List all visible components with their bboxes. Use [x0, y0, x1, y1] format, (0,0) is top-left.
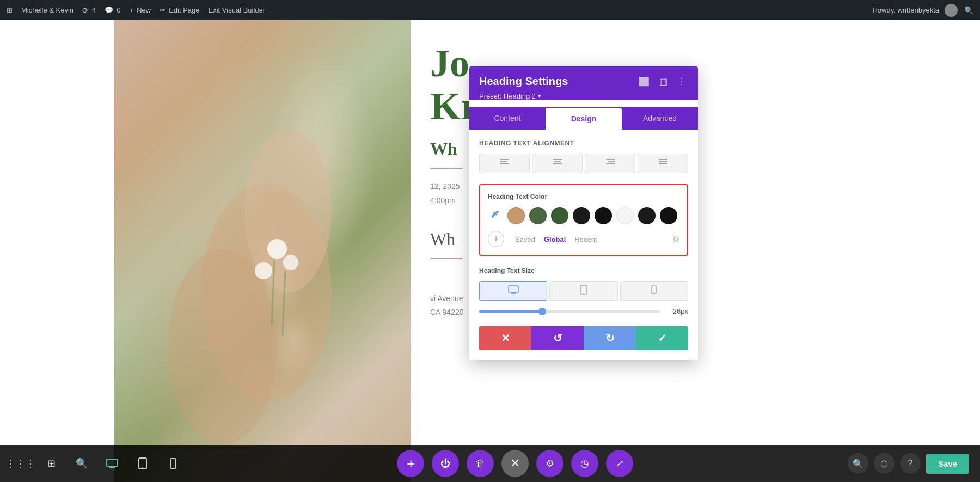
- align-center-button[interactable]: [532, 154, 583, 173]
- admin-bar-right: Howdy, writtenbyekta 🔍: [872, 4, 973, 17]
- device-tablet-button[interactable]: [549, 281, 617, 301]
- wp-logo[interactable]: ⊞: [7, 6, 13, 14]
- right-search-button[interactable]: 🔍: [848, 453, 868, 474]
- sidebar-icon[interactable]: ▥: [657, 75, 670, 88]
- delete-button[interactable]: 🗑: [467, 450, 494, 477]
- eyedropper-button[interactable]: [488, 208, 503, 223]
- redo-button[interactable]: ↻: [584, 326, 636, 350]
- undo-button[interactable]: ↺: [531, 326, 584, 350]
- color-tab-saved[interactable]: Saved: [511, 235, 540, 243]
- svg-point-4: [283, 255, 298, 270]
- power-button[interactable]: ⏻: [432, 450, 459, 477]
- toolbar-mobile-button[interactable]: [163, 454, 183, 473]
- page-canvas: Jo Kr Wh 12, 2025 4:00pm Wh vi Avenue CA…: [0, 20, 980, 482]
- align-justify-button[interactable]: [638, 154, 688, 173]
- resize-button[interactable]: ⤢: [606, 450, 633, 477]
- slider-fill: [479, 310, 542, 313]
- text-alignment-label: Heading Text Alignment: [479, 139, 688, 147]
- slider-value-display: 26px: [666, 307, 688, 315]
- tab-content[interactable]: Content: [469, 107, 546, 130]
- right-help-button[interactable]: ?: [900, 453, 921, 474]
- panel-header-icons: ⬜ ▥ ⋮: [636, 75, 688, 88]
- toolbar-search-button[interactable]: 🔍: [72, 454, 91, 473]
- wp-logo-icon: ⊞: [7, 6, 13, 14]
- svg-point-37: [142, 467, 143, 468]
- svg-rect-24: [509, 286, 518, 292]
- divider-2: [430, 258, 463, 259]
- slider-thumb[interactable]: [538, 308, 546, 315]
- svg-rect-32: [107, 459, 118, 466]
- tablet-icon: [580, 285, 587, 297]
- site-name-text: Michelle & Kevin: [21, 6, 74, 14]
- preset-arrow-icon: ▾: [538, 93, 541, 100]
- edit-page-label: Edit Page: [169, 6, 199, 14]
- color-swatch-very-dark[interactable]: [573, 207, 590, 224]
- cancel-icon: ✕: [501, 332, 510, 345]
- tablet-toolbar-icon: [138, 457, 147, 469]
- settings-fab-button[interactable]: ⚙: [536, 450, 564, 477]
- color-section-label: Heading Text Color: [488, 193, 679, 200]
- site-name[interactable]: Michelle & Kevin: [21, 6, 74, 14]
- edit-page-link[interactable]: ✏ Edit Page: [160, 6, 199, 14]
- color-swatch-white[interactable]: [616, 207, 634, 224]
- eyedropper-icon: [491, 210, 500, 221]
- heading-text-color-section: Heading Text Color: [479, 184, 688, 256]
- avatar: [945, 4, 958, 17]
- color-swatch-black3[interactable]: [660, 207, 677, 224]
- revisions[interactable]: ⟳ 4: [82, 6, 96, 15]
- color-swatch-tan[interactable]: [507, 207, 525, 224]
- close-fab-button[interactable]: ✕: [501, 450, 529, 477]
- toolbar-grid-button[interactable]: ⊞: [41, 454, 61, 473]
- tab-advanced[interactable]: Advanced: [622, 107, 698, 130]
- color-settings-icon[interactable]: ⚙: [672, 235, 679, 243]
- color-swatch-near-black[interactable]: [595, 207, 612, 224]
- history-button[interactable]: ◷: [571, 450, 598, 477]
- confirm-button[interactable]: ✓: [636, 326, 688, 350]
- panel-preset[interactable]: Preset: Heading 2 ▾: [479, 92, 688, 100]
- add-section-button[interactable]: +: [397, 450, 424, 477]
- save-button[interactable]: Save: [926, 454, 969, 474]
- alignment-row: [479, 154, 688, 173]
- new-button[interactable]: + New: [130, 6, 151, 14]
- color-swatch-black2[interactable]: [638, 207, 656, 224]
- text-size-label: Heading Text Size: [479, 267, 688, 274]
- comments-icon: 💬: [105, 6, 113, 14]
- device-mobile-button[interactable]: [620, 281, 688, 301]
- action-buttons-row: ✕ ↺ ↻ ✓: [479, 326, 688, 350]
- search-icon[interactable]: 🔍: [964, 6, 973, 15]
- toolbar-menu-button[interactable]: ⋮⋮⋮: [11, 454, 30, 473]
- cancel-button[interactable]: ✕: [479, 326, 531, 350]
- menu-grid-icon: ⋮⋮⋮: [6, 457, 35, 469]
- color-tab-global[interactable]: Global: [540, 235, 570, 243]
- svg-point-29: [583, 292, 584, 294]
- search-toolbar-icon: 🔍: [76, 457, 88, 469]
- color-swatches-row: [488, 207, 679, 224]
- mobile-toolbar-icon: [170, 458, 176, 469]
- add-color-button[interactable]: +: [488, 231, 504, 247]
- device-desktop-button[interactable]: [479, 281, 547, 301]
- svg-point-39: [173, 467, 174, 468]
- right-layers-button[interactable]: ⬡: [874, 453, 895, 474]
- align-left-button[interactable]: [479, 154, 530, 173]
- size-slider[interactable]: [479, 310, 660, 313]
- color-swatch-dark-green[interactable]: [529, 207, 547, 224]
- image-svg: [114, 20, 411, 482]
- toolbar-desktop-button[interactable]: [102, 454, 122, 473]
- more-options-icon[interactable]: ⋮: [675, 75, 688, 88]
- search-right-icon: 🔍: [853, 459, 863, 469]
- plus-icon: +: [130, 6, 134, 14]
- comments[interactable]: 💬 0: [105, 6, 120, 14]
- expand-icon[interactable]: ⬜: [636, 75, 652, 88]
- align-right-button[interactable]: [585, 154, 635, 173]
- revisions-count: 4: [92, 6, 96, 14]
- exit-builder-label: Exit Visual Builder: [209, 6, 266, 14]
- align-left-icon: [500, 158, 510, 168]
- color-tab-recent[interactable]: Recent: [570, 235, 601, 243]
- exit-builder-link[interactable]: Exit Visual Builder: [209, 6, 266, 14]
- slider-row: 26px: [479, 307, 688, 315]
- tab-design[interactable]: Design: [546, 108, 622, 130]
- heading-settings-panel: Heading Settings ⬜ ▥ ⋮ Preset: Heading 2…: [469, 66, 698, 360]
- toolbar-tablet-button[interactable]: [133, 454, 152, 473]
- comments-count: 0: [117, 6, 120, 14]
- color-swatch-forest-green[interactable]: [551, 207, 568, 224]
